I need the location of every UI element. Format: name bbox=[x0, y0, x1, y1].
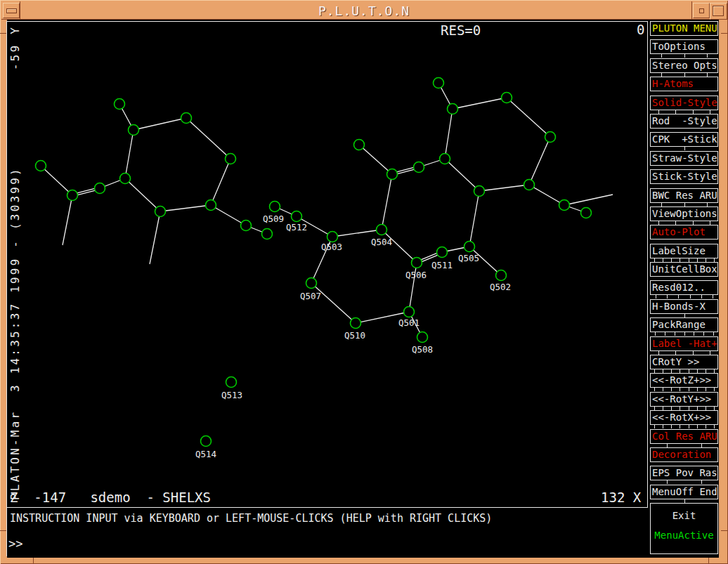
menu-item-stereo-opts[interactable]: Stereo Opts bbox=[650, 58, 718, 73]
atom[interactable] bbox=[412, 258, 422, 268]
menu-item-ticks bbox=[650, 73, 718, 77]
atom[interactable] bbox=[262, 229, 273, 240]
atom[interactable] bbox=[201, 436, 212, 447]
atom[interactable] bbox=[226, 154, 236, 164]
atom[interactable] bbox=[95, 183, 105, 194]
menu-item-ticks bbox=[650, 147, 718, 150]
res-indicator: RES=0 bbox=[441, 22, 481, 38]
atom[interactable] bbox=[414, 162, 424, 173]
menu-item-viewoptions[interactable]: ViewOptions bbox=[650, 206, 718, 221]
atom[interactable] bbox=[417, 332, 428, 343]
menu-item-ticks bbox=[650, 499, 718, 503]
atom[interactable] bbox=[129, 125, 139, 136]
atom-label-q507: Q507 bbox=[300, 291, 321, 301]
menu-item-rotz[interactable]: <<-RotZ+>> bbox=[650, 373, 718, 388]
atom-label-q512: Q512 bbox=[286, 222, 307, 232]
status-right: 132 X bbox=[601, 490, 641, 505]
atom[interactable] bbox=[181, 113, 192, 124]
instruction-line: INSTRUCTION INPUT via KEYBOARD or LEFT-M… bbox=[10, 512, 492, 525]
atom[interactable] bbox=[292, 211, 302, 222]
atom-label-q503: Q503 bbox=[321, 242, 342, 252]
menu-item-ticks bbox=[650, 388, 718, 391]
atom[interactable] bbox=[36, 161, 46, 171]
menu-item-tooptions[interactable]: ToOptions bbox=[650, 39, 718, 54]
menu-item-cpk-stick[interactable]: CPK +Stick bbox=[650, 132, 718, 147]
menu-item-ticks bbox=[650, 258, 718, 262]
menu-item-straw-style[interactable]: Straw-Style bbox=[650, 151, 718, 166]
menu-item-roty[interactable]: <<-RotY+>> bbox=[650, 392, 718, 407]
atom-label-q511: Q511 bbox=[431, 260, 453, 270]
menu-item-exit[interactable]: Exit bbox=[651, 510, 717, 521]
menu-item-eps-pov-ras[interactable]: EPS Pov Ras bbox=[650, 466, 718, 480]
menu-item-rotx[interactable]: <<-RotX+>> bbox=[650, 410, 718, 425]
atom-label-q510: Q510 bbox=[344, 330, 365, 341]
atom[interactable] bbox=[496, 270, 507, 281]
menu-item-decoration[interactable]: Decoration bbox=[650, 447, 718, 462]
atom[interactable] bbox=[387, 169, 398, 180]
menu-item-ticks bbox=[650, 314, 718, 317]
atom-label-q513: Q513 bbox=[221, 390, 242, 400]
platon-version-annotation: PLATON-Mar 3 14:35:37 1999 - (30399) bbox=[8, 166, 22, 500]
menu-item-croty[interactable]: CRotY >> bbox=[650, 355, 718, 369]
menu-item-bwc-res-aru[interactable]: BWC Res ARU bbox=[650, 188, 718, 203]
menu-item-labelsize[interactable]: LabelSize bbox=[650, 244, 718, 258]
atom[interactable] bbox=[241, 221, 252, 231]
menu-item-menuactive[interactable]: MenuActive bbox=[651, 530, 717, 541]
atom[interactable] bbox=[206, 200, 216, 211]
menu-item-solid-style[interactable]: Solid-Style bbox=[650, 96, 718, 110]
menu-item-ticks bbox=[650, 203, 718, 206]
atom[interactable] bbox=[155, 206, 166, 217]
atom[interactable] bbox=[327, 232, 338, 242]
atom[interactable] bbox=[448, 104, 458, 114]
menu-item-label-hat[interactable]: Label -Hat+ bbox=[650, 336, 718, 351]
menu-item-ticks bbox=[650, 332, 718, 336]
atom[interactable] bbox=[581, 208, 592, 218]
atom-label-q509: Q509 bbox=[263, 214, 284, 224]
menu-item-ticks bbox=[650, 54, 718, 58]
menu-item-pluton-menu[interactable]: PLUTON MENU bbox=[650, 21, 718, 36]
menu-item-menuoff-end[interactable]: MenuOff End bbox=[650, 485, 718, 499]
menu-footer: ExitMenuActive bbox=[650, 503, 718, 554]
axis-annotation-top: -59 Y bbox=[8, 25, 22, 70]
menu-item-h-atoms[interactable]: H-Atoms bbox=[650, 77, 718, 91]
atom-label-q506: Q506 bbox=[405, 270, 427, 280]
menu-item-stick-style[interactable]: Stick-Style bbox=[650, 169, 718, 184]
atom[interactable] bbox=[354, 140, 365, 150]
atom-label-q505: Q505 bbox=[458, 253, 479, 263]
atom[interactable] bbox=[474, 186, 485, 197]
atom[interactable] bbox=[306, 278, 317, 289]
atom[interactable] bbox=[437, 247, 448, 258]
menu-item-h-bonds-x[interactable]: H-Bonds-X bbox=[650, 299, 718, 314]
atom[interactable] bbox=[464, 242, 475, 252]
atom[interactable] bbox=[440, 154, 450, 164]
atom[interactable] bbox=[120, 173, 131, 184]
atom[interactable] bbox=[377, 225, 387, 235]
atom[interactable] bbox=[270, 202, 280, 212]
atom[interactable] bbox=[67, 190, 78, 201]
atom-label-q508: Q508 bbox=[412, 344, 433, 355]
menu-item-rod-style[interactable]: Rod -Style bbox=[650, 114, 718, 129]
atom[interactable] bbox=[545, 132, 556, 143]
atom-label-q514: Q514 bbox=[195, 449, 216, 459]
menu-item-ticks bbox=[650, 369, 718, 373]
atom[interactable] bbox=[404, 307, 415, 317]
atom[interactable] bbox=[524, 180, 535, 190]
atom[interactable] bbox=[115, 99, 125, 110]
atom[interactable] bbox=[502, 93, 512, 103]
atom[interactable] bbox=[226, 377, 237, 388]
molecule-plot[interactable]: Q501Q502Q503Q504Q505Q506Q507Q508Q509Q510… bbox=[0, 0, 728, 564]
menu-item-ticks bbox=[650, 295, 718, 299]
atom[interactable] bbox=[559, 200, 570, 211]
menu-item-packrange[interactable]: PackRange bbox=[650, 317, 718, 332]
menu-item-ticks bbox=[650, 480, 718, 484]
atom[interactable] bbox=[351, 318, 361, 329]
menu-item-unitcellbox[interactable]: UnitCellBox bbox=[650, 262, 718, 277]
menu-item-auto-plot[interactable]: Auto-Plot bbox=[650, 225, 718, 240]
scale-zero-label: 0 bbox=[637, 22, 644, 37]
command-prompt[interactable]: >> bbox=[8, 537, 22, 551]
menu-item-resd012[interactable]: Resd012.. bbox=[650, 280, 718, 295]
menu-item-ticks bbox=[650, 351, 718, 355]
menu-item-col-res-aru[interactable]: Col Res ARU bbox=[650, 429, 718, 444]
menu-item-ticks bbox=[650, 407, 718, 410]
atom[interactable] bbox=[434, 78, 444, 88]
